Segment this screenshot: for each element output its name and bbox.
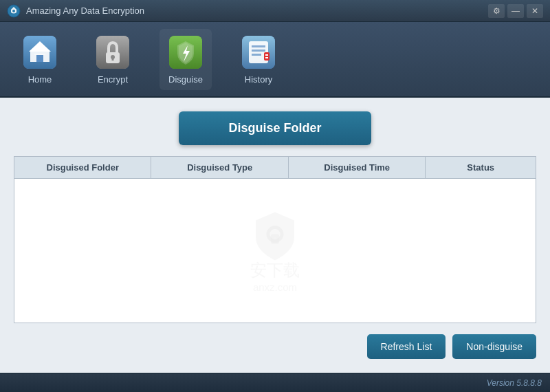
table-header: Disguised Folder Disguised Type Disguise… [14, 157, 536, 179]
svg-rect-7 [34, 54, 45, 55]
home-icon [22, 34, 58, 70]
disguise-icon [168, 34, 204, 70]
watermark: 安下载 anxz.com [248, 208, 302, 293]
col-type: Disguised Type [151, 157, 288, 178]
col-time: Disguised Time [289, 157, 426, 178]
svg-point-25 [268, 228, 282, 241]
status-bar: Version 5.8.8.8 [0, 373, 550, 392]
encrypt-icon [95, 34, 131, 70]
svg-rect-12 [112, 57, 114, 61]
toolbar-disguise[interactable]: Disguise [160, 29, 212, 90]
home-label: Home [28, 74, 52, 85]
svg-point-1 [12, 10, 15, 12]
app-title: Amazing Any Data Encryption [26, 6, 488, 16]
svg-rect-24 [265, 57, 268, 58]
data-table: Disguised Folder Disguised Type Disguise… [14, 156, 536, 323]
encrypt-label: Encrypt [98, 74, 128, 85]
svg-rect-22 [264, 52, 270, 61]
toolbar: Home Encrypt [0, 22, 550, 98]
refresh-list-button[interactable]: Refresh List [367, 334, 446, 359]
toolbar-history[interactable]: History [232, 29, 285, 90]
watermark-url: anxz.com [253, 281, 297, 293]
col-status: Status [426, 157, 536, 178]
disguise-label: Disguise [168, 74, 203, 85]
minimize-button[interactable]: — [507, 4, 524, 18]
toolbar-encrypt[interactable]: Encrypt [87, 29, 139, 90]
main-content: Disguise Folder Disguised Folder Disguis… [0, 98, 550, 373]
settings-button[interactable]: ⚙ [488, 4, 505, 18]
svg-rect-20 [252, 50, 265, 52]
version-label: Version 5.8.8.8 [487, 378, 542, 388]
window-controls: ⚙ — ✕ [488, 4, 543, 18]
table-body: 安下载 anxz.com [14, 179, 536, 322]
svg-rect-23 [265, 54, 268, 56]
footer-actions: Refresh List Non-disguise [14, 334, 536, 359]
history-icon [241, 34, 276, 70]
close-button[interactable]: ✕ [527, 4, 543, 18]
disguise-folder-button[interactable]: Disguise Folder [179, 111, 371, 145]
history-label: History [245, 74, 272, 85]
col-folder: Disguised Folder [14, 157, 151, 178]
svg-point-27 [274, 237, 276, 240]
svg-rect-26 [271, 235, 279, 244]
watermark-chinese: 安下载 [250, 259, 300, 281]
title-bar: Amazing Any Data Encryption ⚙ — ✕ [0, 0, 550, 22]
non-disguise-button[interactable]: Non-disguise [452, 334, 536, 359]
svg-rect-21 [252, 54, 261, 56]
svg-rect-6 [36, 55, 43, 62]
svg-rect-19 [252, 45, 265, 47]
toolbar-home[interactable]: Home [14, 29, 66, 90]
app-icon [7, 4, 21, 18]
